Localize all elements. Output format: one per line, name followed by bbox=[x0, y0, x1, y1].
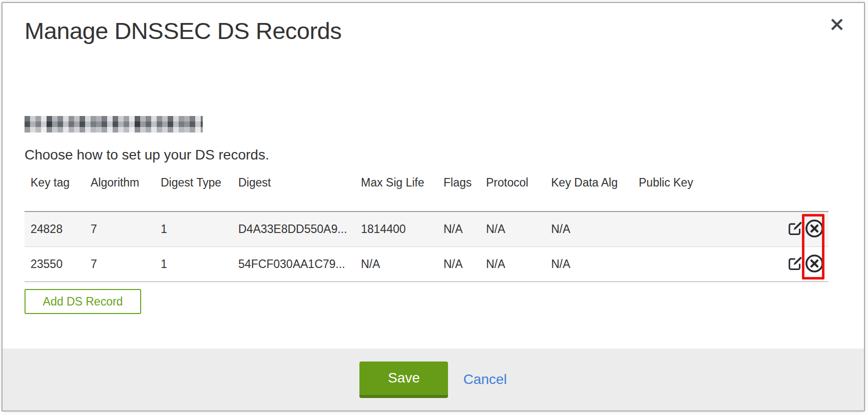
edit-pencil-icon bbox=[786, 255, 803, 274]
close-icon bbox=[829, 17, 844, 34]
cell-digest: D4A33E8DD550A9... bbox=[232, 212, 355, 246]
cell-digest-type: 1 bbox=[155, 212, 232, 246]
cell-flags: N/A bbox=[438, 246, 480, 282]
delete-record-button[interactable] bbox=[804, 254, 824, 275]
table-row: 23550 7 1 54FCF030AA1C79... N/A N/A N/A … bbox=[25, 246, 828, 282]
domain-name-redacted bbox=[25, 116, 203, 132]
cell-key-tag: 23550 bbox=[25, 246, 85, 282]
ds-records-table-wrap: Key tag Algorithm Digest Type Digest Max… bbox=[25, 170, 828, 282]
edit-pencil-icon bbox=[786, 220, 803, 238]
column-header-key-data-alg: Key Data Alg bbox=[545, 170, 633, 212]
column-header-protocol: Protocol bbox=[480, 170, 545, 212]
close-button[interactable] bbox=[827, 15, 847, 35]
column-header-actions bbox=[780, 170, 828, 212]
cell-flags: N/A bbox=[438, 212, 480, 246]
add-ds-record-button[interactable]: Add DS Record bbox=[25, 289, 141, 314]
cell-max-sig-life: N/A bbox=[355, 246, 438, 282]
dialog-footer: Save Cancel bbox=[3, 348, 864, 410]
table-row: 24828 7 1 D4A33E8DD550A9... 1814400 N/A … bbox=[25, 212, 828, 246]
cell-max-sig-life: 1814400 bbox=[355, 212, 438, 246]
column-header-public-key: Public Key bbox=[633, 170, 780, 212]
cell-algorithm: 7 bbox=[85, 246, 155, 282]
manage-dnssec-dialog: Manage DNSSEC DS Records Choose how to s… bbox=[2, 2, 865, 412]
edit-record-button[interactable] bbox=[786, 220, 803, 238]
circle-x-delete-icon bbox=[804, 254, 824, 275]
cell-algorithm: 7 bbox=[85, 212, 155, 246]
cell-actions bbox=[780, 212, 828, 246]
cancel-link[interactable]: Cancel bbox=[463, 372, 507, 388]
edit-record-button[interactable] bbox=[786, 255, 803, 274]
column-header-key-tag: Key tag bbox=[25, 170, 85, 212]
page-title: Manage DNSSEC DS Records bbox=[25, 17, 341, 44]
column-header-digest-type: Digest Type bbox=[155, 170, 232, 212]
cell-protocol: N/A bbox=[480, 246, 545, 282]
cell-public-key bbox=[633, 246, 780, 282]
column-header-digest: Digest bbox=[232, 170, 355, 212]
delete-record-button[interactable] bbox=[804, 218, 824, 240]
screenshot-stage: Manage DNSSEC DS Records Choose how to s… bbox=[0, 0, 868, 415]
cell-digest: 54FCF030AA1C79... bbox=[232, 246, 355, 282]
cell-key-data-alg: N/A bbox=[545, 246, 633, 282]
circle-x-delete-icon bbox=[804, 218, 824, 240]
table-header-row: Key tag Algorithm Digest Type Digest Max… bbox=[25, 170, 828, 212]
cell-public-key bbox=[633, 212, 780, 246]
cell-key-data-alg: N/A bbox=[545, 212, 633, 246]
cell-actions bbox=[780, 246, 828, 282]
column-header-max-sig-life: Max Sig Life bbox=[355, 170, 438, 212]
column-header-flags: Flags bbox=[438, 170, 480, 212]
cell-key-tag: 24828 bbox=[25, 212, 85, 246]
instruction-text: Choose how to set up your DS records. bbox=[25, 147, 269, 163]
save-button[interactable]: Save bbox=[359, 362, 448, 398]
column-header-algorithm: Algorithm bbox=[85, 170, 155, 212]
cell-protocol: N/A bbox=[480, 212, 545, 246]
ds-records-table: Key tag Algorithm Digest Type Digest Max… bbox=[25, 170, 828, 282]
cell-digest-type: 1 bbox=[155, 246, 232, 282]
